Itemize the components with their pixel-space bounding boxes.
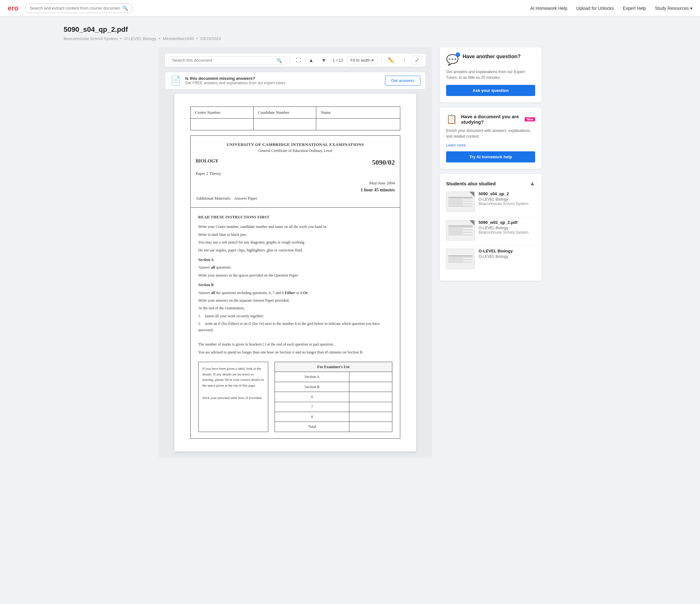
examiner-q8-value	[349, 412, 392, 422]
main-layout: 🔍 ⛶ ▲ ▼ 1 / 12 Fit to width ▾ ✏️ ⋮ ⤢ 📄	[0, 47, 700, 471]
exam-paper: Paper 2 Theory	[196, 171, 395, 176]
instruction-line-4: Do not use staples, paper clips, highlig…	[198, 247, 392, 253]
examiner-q6-label: 6	[275, 392, 349, 402]
document-thumbnail	[446, 220, 475, 241]
exam-subject-row: BIOLOGY 5090/02	[196, 158, 395, 166]
label-box: If you have been given a label, look at …	[198, 362, 268, 432]
nav-links: AI Homework Help Upload for Unlocks Expe…	[530, 6, 692, 11]
examiner-section-b-value	[349, 382, 392, 392]
fit-to-width-button[interactable]: Fit to width ▾	[347, 56, 377, 64]
studied-title: Students also studied	[446, 181, 496, 186]
numbered-1: 1. fasten all your work securely togethe…	[198, 313, 392, 319]
page-header: 5090_s04_qp_2.pdf Beaconhouse School Sys…	[0, 17, 700, 47]
next-page-button[interactable]: ▼	[319, 56, 329, 64]
instruction-line-3: You may use a soft pencil for any diagra…	[198, 239, 392, 245]
footer-line-2: You are advised to spend no longer than …	[198, 349, 392, 356]
pdf-page-content: Centre Number Candidate Number Name UNIV…	[174, 94, 416, 451]
studied-doc-subject: O-LEVEL Biology	[478, 226, 535, 230]
banner-subtitle: Get FREE answers and explanations from o…	[185, 81, 285, 85]
fullscreen-button[interactable]: ⛶	[293, 56, 303, 64]
examiner-total-value	[349, 422, 392, 432]
prev-page-button[interactable]: ▲	[306, 56, 316, 64]
examiner-q8-label: 8	[275, 412, 349, 422]
section-a-line-2: Write your answers in the spaces provide…	[198, 272, 392, 279]
nav-search-bar[interactable]: 🔍	[25, 3, 133, 13]
examiner-total-label: Total	[275, 422, 349, 432]
pencil-button[interactable]: ✏️	[385, 56, 397, 64]
nav-ai-homework[interactable]: AI Homework Help	[530, 6, 567, 11]
studied-doc-school: Beaconhouse School System	[478, 230, 535, 235]
students-also-studied-panel: Students also studied ▲	[440, 174, 542, 281]
collapse-button[interactable]: ▲	[529, 180, 535, 187]
studied-doc-name: 5090_w02_qp_2.pdf	[478, 220, 535, 225]
centre-number-cell: Centre Number	[191, 107, 254, 119]
footer-line-1: The number of marks is given in brackets…	[198, 341, 392, 347]
nav-study-resources[interactable]: Study Resources ▾	[655, 6, 692, 11]
divider	[446, 246, 535, 246]
doc-description: Enrich your document with answers, expla…	[446, 128, 535, 139]
meta-date: 03/19/2024	[200, 36, 221, 41]
check-badge: ✓	[456, 52, 460, 57]
section-a-heading: Section A	[198, 257, 392, 263]
studied-doc-school: Beaconhouse School System	[478, 202, 535, 206]
meta-user: MinisterBee1640	[163, 36, 194, 41]
pdf-toolbar: 🔍 ⛶ ▲ ▼ 1 / 12 Fit to width ▾ ✏️ ⋮ ⤢	[165, 54, 426, 67]
toolbar-right: ⤢	[412, 56, 422, 65]
studied-doc-name: 5090_s04_qp_2	[478, 191, 535, 196]
list-item[interactable]: O-LEVEL Biology O-LEVEL Biology	[446, 248, 535, 269]
examiner-section-a-value	[349, 372, 392, 382]
section-a-line-1: Answer all questions.	[198, 264, 392, 270]
top-nav: ero 🔍 AI Homework Help Upload for Unlock…	[0, 0, 700, 17]
list-item[interactable]: 5090_w02_qp_2.pdf O-LEVEL Biology Beacon…	[446, 220, 535, 241]
fit-label: Fit to width	[350, 58, 370, 62]
exam-code: 5090/02	[372, 158, 395, 166]
banner-title: Is this document missing answers?	[185, 76, 285, 81]
exam-date: May/June 2004	[196, 181, 395, 186]
toolbar-separator	[289, 57, 290, 64]
exam-materials: Additional Materials: Answer Paper	[196, 196, 395, 201]
university-name: UNIVERSITY OF CAMBRIDGE INTERNATIONAL EX…	[196, 142, 395, 147]
studied-doc-name: O-LEVEL Biology	[478, 248, 535, 253]
search-icon: 🔍	[276, 58, 282, 63]
chevron-down-icon: ▾	[690, 6, 692, 11]
more-options-button[interactable]: ⋮	[399, 56, 409, 64]
nav-upload[interactable]: Upload for Unlocks	[576, 6, 614, 11]
doc-title: Have a document you are studying?	[461, 114, 522, 125]
examiner-table: For Examiner's Use Section A Section B 6	[275, 362, 392, 432]
learn-more-link[interactable]: Learn more	[446, 143, 466, 148]
materials-label: Additional Materials:	[196, 196, 231, 201]
doc-title-row: Have a document you are studying? New	[461, 114, 535, 125]
instruction-line-2: Write in dark blue or black pen.	[198, 231, 392, 238]
expand-button[interactable]: ⤢	[412, 56, 422, 65]
qna-panel: 💬 ✓ Have another question? Get answers a…	[440, 47, 542, 102]
examiner-section-b-label: Section B	[275, 382, 349, 392]
nav-search-input[interactable]	[30, 6, 120, 10]
document-icon: 📄	[170, 75, 181, 86]
doc-header: 📋 Have a document you are studying? New	[446, 114, 535, 125]
corner-fold	[469, 192, 474, 197]
pdf-search-input[interactable]	[172, 58, 276, 62]
answers-banner: 📄 Is this document missing answers? Get …	[165, 72, 426, 89]
get-answers-button[interactable]: Get answers	[385, 76, 420, 85]
document-thumbnail	[446, 191, 475, 212]
qna-title: Have another question?	[462, 54, 521, 59]
banner-left: 📄 Is this document missing answers? Get …	[170, 75, 285, 86]
instructions-box: READ THESE INSTRUCTIONS FIRST Write your…	[190, 208, 400, 439]
nav-expert-help[interactable]: Expert Help	[623, 6, 646, 11]
section-b-line-3: At the end of the examination,	[198, 305, 392, 311]
list-item[interactable]: 5090_s04_qp_2 O-LEVEL Biology Beaconhous…	[446, 191, 535, 212]
page-meta: Beaconhouse School System • O-LEVEL Biol…	[64, 36, 636, 41]
materials-value: Answer Paper	[234, 196, 257, 201]
examiner-q7-value	[349, 402, 392, 412]
try-ai-button[interactable]: Try AI homework help	[446, 151, 535, 162]
studied-doc-subject: O-LEVEL Biology	[478, 254, 535, 259]
section-b-line-1: Answer all the questions including quest…	[198, 290, 392, 296]
examiner-section: If you have been given a label, look at …	[198, 362, 392, 432]
ask-question-button[interactable]: Ask your question	[446, 85, 535, 96]
examiner-section-a-label: Section A	[275, 372, 349, 382]
chevron-down-icon: ▾	[372, 58, 374, 62]
pdf-search-box[interactable]: 🔍	[169, 56, 285, 64]
exam-duration: 1 hour 45 minutes	[196, 188, 395, 193]
page-indicator: 1 / 12	[333, 58, 343, 62]
examiner-q6-value	[349, 392, 392, 402]
